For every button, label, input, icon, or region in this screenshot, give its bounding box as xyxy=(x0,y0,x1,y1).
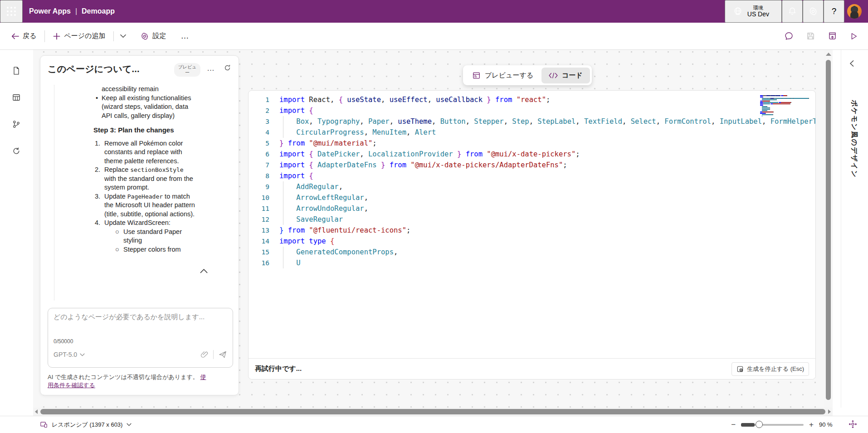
preview-window-icon xyxy=(472,71,481,80)
code-line[interactable]: 15 GeneratedComponentProps, xyxy=(249,247,815,258)
scroll-left-arrow-icon[interactable] xyxy=(35,409,38,414)
app-header: Power Apps | Demoapp 環境 US Dev xyxy=(0,0,868,23)
publish-button[interactable] xyxy=(823,27,842,45)
chat-text-line: accessibility remain xyxy=(102,85,197,94)
code-line[interactable]: 10 ArrowLeftRegular, xyxy=(249,192,815,203)
ai-disclaimer: AI で生成されたコンテンツは不適切な場合があります。 使用条件を確認する xyxy=(48,373,211,389)
user-avatar[interactable] xyxy=(847,4,862,19)
app-title: Power Apps | Demoapp xyxy=(29,7,115,15)
horizontal-scroll-thumb[interactable] xyxy=(40,409,825,414)
chat-refresh-button[interactable] xyxy=(221,63,234,75)
preview-badge: プレビュー xyxy=(174,63,200,77)
line-number: 2 xyxy=(249,105,269,116)
notifications-button[interactable] xyxy=(782,0,803,23)
stop-generation-label: 生成を停止する (Esc) xyxy=(747,365,804,373)
settings-button[interactable] xyxy=(803,0,824,23)
horizontal-scrollbar[interactable] xyxy=(33,408,833,416)
code-line[interactable]: 2import { xyxy=(249,105,815,116)
generation-status-text: 再試行中です... xyxy=(255,365,302,373)
code-line[interactable]: 5} from "@mui/material"; xyxy=(249,138,815,149)
add-page-dropdown[interactable] xyxy=(117,31,129,41)
tab-code-label: コード xyxy=(562,71,583,80)
code-line[interactable]: 9 AddRegular, xyxy=(249,181,815,192)
comments-button[interactable] xyxy=(779,27,798,45)
zoom-slider-fill xyxy=(741,423,755,427)
globe-environment-icon xyxy=(733,6,743,16)
model-selector[interactable]: GPT-5.0 xyxy=(54,351,85,358)
copilot-chat-panel: このページについて... プレビュー … accessibility remai… xyxy=(40,55,239,395)
product-name: Power Apps xyxy=(29,7,71,15)
collapse-reasoning-button[interactable] xyxy=(200,268,208,275)
stop-record-icon xyxy=(736,365,744,373)
numbered-item: 2.Replace sectionBoxStyle with the stand… xyxy=(93,165,197,192)
code-line[interactable]: 12 SaveRegular xyxy=(249,214,815,225)
environment-picker[interactable]: 環境 US Dev xyxy=(725,0,782,23)
sync-loop-icon xyxy=(12,146,21,156)
page-settings-button[interactable]: 設定 xyxy=(136,29,171,44)
send-button[interactable] xyxy=(218,350,227,359)
help-button[interactable]: ? xyxy=(824,0,844,23)
add-page-button[interactable]: ページの追加 xyxy=(49,29,110,44)
code-line[interactable]: 14import type { xyxy=(249,236,815,247)
split-divider xyxy=(113,31,114,41)
line-number: 1 xyxy=(249,94,269,105)
code-line[interactable]: 4 CircularProgress, MenuItem, Alert xyxy=(249,127,815,138)
code-brackets-icon xyxy=(549,72,558,79)
model-name: GPT-5.0 xyxy=(54,351,77,358)
code-line[interactable]: 8import { xyxy=(249,170,815,181)
zoom-out-button[interactable]: − xyxy=(731,420,736,429)
fit-to-screen-button[interactable] xyxy=(848,420,857,430)
character-counter: 0/50000 xyxy=(54,338,227,345)
app-launcher-waffle-icon[interactable] xyxy=(0,0,23,23)
code-line[interactable]: 11 ArrowUndoRegular, xyxy=(249,203,815,214)
design-panel-title[interactable]: ポケモン風のデザイン xyxy=(850,100,858,178)
code-line[interactable]: 1import React, { useState, useEffect, us… xyxy=(249,94,815,105)
numbered-item: 3.Update PageHeader to match the Microso… xyxy=(93,192,197,219)
responsive-size-selector[interactable]: レスポンシブ (1397 x 603) xyxy=(40,421,132,429)
zoom-slider[interactable] xyxy=(741,424,804,426)
play-icon xyxy=(849,32,858,41)
code-editor[interactable]: 1import React, { useState, useEffect, us… xyxy=(249,91,815,358)
canvas-vertical-scrollbar[interactable] xyxy=(824,50,833,408)
rail-data-button[interactable] xyxy=(6,88,26,107)
zoom-in-button[interactable]: + xyxy=(809,420,814,429)
code-line[interactable]: 16 U xyxy=(249,258,815,268)
canvas-horizontal-scrollbar-row xyxy=(0,408,868,416)
expand-panel-button[interactable] xyxy=(848,60,855,68)
input-divider xyxy=(213,350,214,359)
vertical-scroll-thumb[interactable] xyxy=(826,60,831,400)
line-number: 3 xyxy=(249,116,269,127)
chat-prompt-input[interactable] xyxy=(54,313,227,336)
code-editor-panel: 1import React, { useState, useEffect, us… xyxy=(248,90,816,379)
add-page-label: ページの追加 xyxy=(64,32,105,40)
chat-message-content: accessibility remain•Keep all existing f… xyxy=(54,85,235,301)
table-icon xyxy=(12,93,21,102)
play-preview-button[interactable] xyxy=(844,27,863,45)
tab-preview[interactable]: プレビューする xyxy=(465,68,541,83)
code-line[interactable]: 3 Box, Typography, Paper, useTheme, Butt… xyxy=(249,116,815,127)
sub-bullet-item: ○Use standard Paper styling xyxy=(114,228,197,245)
line-number: 6 xyxy=(249,149,269,160)
zoom-slider-thumb[interactable] xyxy=(756,421,763,428)
design-canvas[interactable]: このページについて... プレビュー … accessibility remai… xyxy=(33,50,833,408)
tab-preview-label: プレビューする xyxy=(485,71,533,80)
command-toolbar: 戻る ページの追加 設定 … xyxy=(0,23,868,50)
rail-source-control-button[interactable] xyxy=(6,114,26,134)
code-line[interactable]: 7import { AdapterDateFns } from "@mui/x-… xyxy=(249,160,815,170)
code-line[interactable]: 13} from "@fluentui/react-icons"; xyxy=(249,225,815,236)
chat-overflow-button[interactable]: … xyxy=(204,63,217,74)
minimap[interactable] xyxy=(759,93,810,118)
toolbar-divider xyxy=(44,30,45,42)
toolbar-overflow-button[interactable]: … xyxy=(176,28,194,44)
line-number: 4 xyxy=(249,127,269,138)
save-button[interactable] xyxy=(801,27,820,45)
scroll-right-arrow-icon[interactable] xyxy=(828,409,831,414)
back-button[interactable]: 戻る xyxy=(6,29,41,44)
scroll-up-arrow-icon[interactable] xyxy=(826,53,831,56)
code-line[interactable]: 6import { DatePicker, LocalizationProvid… xyxy=(249,149,815,160)
tab-code[interactable]: コード xyxy=(541,68,590,83)
rail-sync-button[interactable] xyxy=(6,141,26,161)
stop-generation-button[interactable]: 生成を停止する (Esc) xyxy=(731,362,809,376)
attach-file-button[interactable] xyxy=(200,350,209,359)
rail-pages-button[interactable] xyxy=(6,61,26,81)
